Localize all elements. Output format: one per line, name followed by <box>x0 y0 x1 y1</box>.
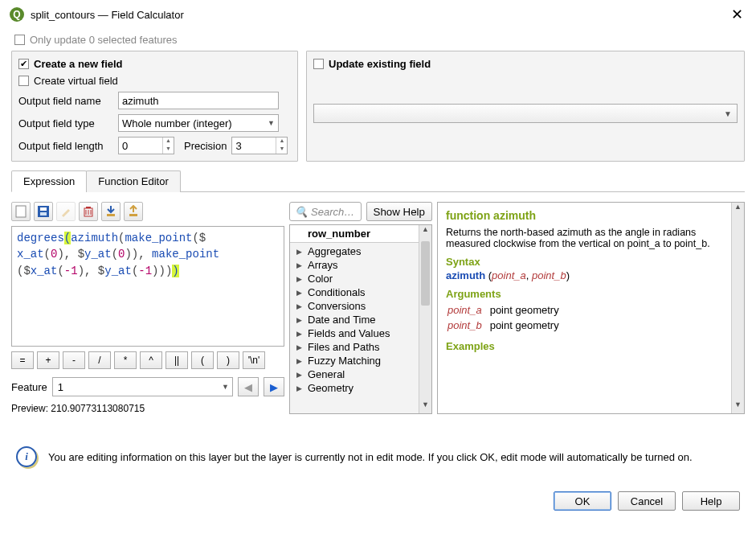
scroll-down-icon[interactable]: ▼ <box>419 400 431 413</box>
output-name-label: Output field name <box>18 95 113 107</box>
scroll-down-icon[interactable]: ▼ <box>732 400 744 413</box>
tree-category[interactable]: ▶Date and Time <box>290 313 431 326</box>
tree-label: Aggregates <box>308 245 362 257</box>
arguments-table: point_apoint geometry point_bpoint geome… <box>446 302 567 334</box>
spinner-arrows[interactable]: ▲▼ <box>162 138 174 154</box>
help-panel: function azimuth Returns the north-based… <box>437 202 745 414</box>
show-help-button[interactable]: Show Help <box>366 202 432 221</box>
edit-icon[interactable] <box>56 202 76 221</box>
operator-button[interactable]: ^ <box>140 351 162 369</box>
help-button[interactable]: Help <box>682 491 740 511</box>
output-type-value: Whole number (integer) <box>122 117 232 129</box>
tree-category[interactable]: ▶Color <box>290 272 431 285</box>
arg-desc: point geometry <box>490 303 566 317</box>
operator-button[interactable]: '\n' <box>243 351 265 369</box>
operator-button[interactable]: - <box>63 351 85 369</box>
svg-rect-3 <box>40 212 47 216</box>
create-new-field-checkbox[interactable] <box>18 59 29 69</box>
chevron-down-icon: ▼ <box>222 383 229 391</box>
expand-icon: ▶ <box>295 261 303 269</box>
svg-rect-9 <box>107 214 115 216</box>
ok-button[interactable]: OK <box>554 491 611 511</box>
operator-button[interactable]: = <box>11 351 34 369</box>
app-logo: Q <box>10 7 24 22</box>
prev-feature-button[interactable]: ◀ <box>238 377 259 396</box>
expand-icon: ▶ <box>295 275 303 283</box>
only-update-checkbox[interactable] <box>14 35 25 45</box>
tree-category[interactable]: ▶General <box>290 367 431 381</box>
precision-spinner[interactable]: 3 ▲▼ <box>231 137 288 154</box>
tree-category[interactable]: ▶Files and Paths <box>290 340 431 354</box>
expand-icon: ▶ <box>295 302 303 310</box>
svg-rect-0 <box>16 206 26 217</box>
tab-expression[interactable]: Expression <box>11 170 87 192</box>
delete-icon[interactable] <box>79 202 98 221</box>
output-length-spinner[interactable]: 0 ▲▼ <box>118 137 174 154</box>
tree-category[interactable]: ▶Arrays <box>290 258 431 272</box>
existing-field-select[interactable]: ▼ <box>313 104 738 123</box>
svg-rect-8 <box>86 207 91 208</box>
tree-label: Conversions <box>308 300 366 312</box>
tree-category[interactable]: ▶Fields and Values <box>290 326 431 340</box>
expand-icon: ▶ <box>295 289 303 297</box>
update-existing-checkbox[interactable] <box>313 59 324 69</box>
close-icon[interactable]: ✕ <box>728 6 746 23</box>
preview-value: 210.90773113080715 <box>51 403 145 414</box>
expand-icon: ▶ <box>295 371 303 379</box>
function-search-input[interactable]: 🔍 Search… <box>289 202 362 221</box>
create-new-field-label: Create a new field <box>34 58 123 70</box>
tree-label: Files and Paths <box>308 341 380 353</box>
update-existing-label: Update existing field <box>329 58 431 70</box>
expression-toolbar <box>11 202 284 221</box>
scroll-up-icon[interactable]: ▲ <box>419 225 431 238</box>
next-feature-button[interactable]: ▶ <box>264 377 284 396</box>
arguments-heading: Arguments <box>446 288 736 300</box>
tree-category[interactable]: ▶Conditionals <box>290 285 431 299</box>
scrollbar-thumb[interactable] <box>421 241 430 306</box>
tree-category[interactable]: ▶Fuzzy Matching <box>290 354 431 367</box>
expand-icon: ▶ <box>295 248 303 256</box>
export-icon[interactable] <box>124 202 143 221</box>
search-placeholder: Search… <box>311 206 354 218</box>
syntax-arg: point_b <box>532 269 566 281</box>
output-name-input[interactable] <box>118 92 279 109</box>
search-icon: 🔍 <box>295 206 308 218</box>
import-icon[interactable] <box>101 202 121 221</box>
function-tree[interactable]: row_number ▶Aggregates▶Arrays▶Color▶Cond… <box>289 224 432 414</box>
spinner-arrows[interactable]: ▲▼ <box>276 138 287 154</box>
preview-row: Preview: 210.90773113080715 <box>11 403 284 414</box>
syntax-line: azimuth (point_a, point_b) <box>446 269 736 281</box>
tree-label: Arrays <box>308 259 338 271</box>
only-update-label: Only update 0 selected features <box>30 34 178 46</box>
create-virtual-field-checkbox[interactable] <box>18 76 29 86</box>
operator-button[interactable]: || <box>166 351 188 369</box>
output-type-select[interactable]: Whole number (integer) ▼ <box>118 114 279 132</box>
tree-header[interactable]: row_number <box>290 225 431 243</box>
tree-category[interactable]: ▶Aggregates <box>290 244 431 258</box>
scrollbar-vertical[interactable]: ▲ ▼ <box>731 203 744 413</box>
chevron-down-icon: ▼ <box>268 119 275 127</box>
operator-button[interactable]: ) <box>217 351 239 369</box>
operator-button[interactable]: / <box>88 351 111 369</box>
expand-icon: ▶ <box>295 330 303 338</box>
expression-editor[interactable]: degrees(azimuth(make_point($x_at(0), $y_… <box>11 226 284 347</box>
syntax-arg: point_a <box>492 269 526 281</box>
tree-label: Geometry <box>308 382 353 394</box>
tree-category[interactable]: ▶Conversions <box>290 299 431 313</box>
tree-category[interactable]: ▶Geometry <box>290 381 431 395</box>
operator-button[interactable]: * <box>114 351 137 369</box>
operator-button[interactable]: ( <box>191 351 214 369</box>
new-file-icon[interactable] <box>11 202 31 221</box>
tabs: Expression Function Editor <box>11 170 745 192</box>
cancel-button[interactable]: Cancel <box>618 491 676 511</box>
help-description: Returns the north-based azimuth as the a… <box>446 227 736 249</box>
operator-button[interactable]: + <box>37 351 59 369</box>
precision-label: Precision <box>184 140 227 152</box>
help-title: function azimuth <box>446 209 736 222</box>
tab-function-editor[interactable]: Function Editor <box>86 170 180 192</box>
expand-icon: ▶ <box>295 384 303 392</box>
feature-select[interactable]: 1 ▼ <box>52 377 233 396</box>
save-icon[interactable] <box>34 202 53 221</box>
scrollbar-vertical[interactable]: ▲ ▼ <box>419 225 431 413</box>
scroll-up-icon[interactable]: ▲ <box>732 203 744 216</box>
